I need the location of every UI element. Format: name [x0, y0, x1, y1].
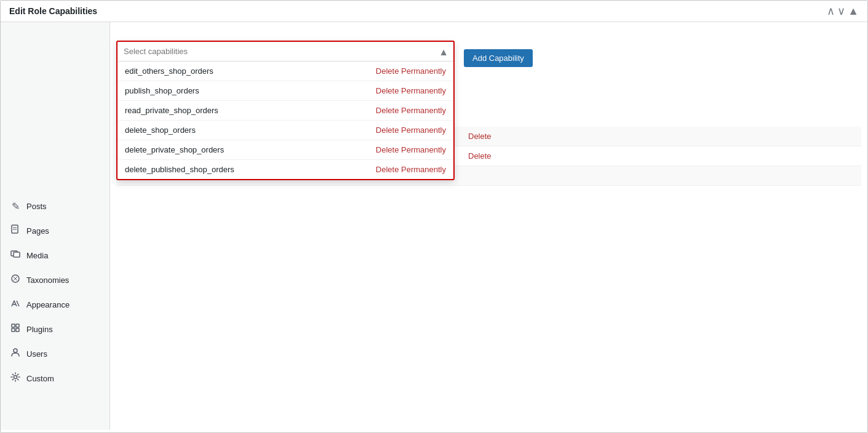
sidebar-item-label: Media [26, 251, 48, 260]
title-bar: Edit Role Capabilities ∧ ∨ ▲ [1, 1, 867, 22]
content-area: ▲ edit_others_shop_orders Delete Permane… [110, 22, 867, 430]
svg-point-11 [14, 376, 17, 379]
sidebar-item-media[interactable]: Media [1, 243, 109, 268]
capability-name[interactable]: delete_private_shop_orders [125, 145, 224, 154]
taxonomies-icon [9, 274, 22, 286]
svg-rect-7 [16, 324, 19, 327]
custom-icon [9, 372, 22, 384]
sidebar-item-label: Plugins [26, 325, 53, 334]
sidebar-item-pages[interactable]: Pages [1, 218, 109, 243]
pages-icon [9, 224, 22, 237]
window-controls: ∧ ∨ ▲ [827, 6, 859, 17]
delete-permanently-button[interactable]: Delete Permanently [376, 106, 446, 115]
delete-permanently-button[interactable]: Delete Permanently [376, 165, 446, 174]
delete-permanently-button[interactable]: Delete Permanently [376, 125, 446, 135]
main-window: Edit Role Capabilities ∧ ∨ ▲ ✎ Posts Pag… [0, 0, 868, 433]
sidebar-item-plugins[interactable]: Plugins [1, 317, 109, 341]
expand-icon[interactable]: ∨ [837, 6, 845, 17]
window-title: Edit Role Capabilities [9, 6, 97, 16]
sidebar-item-taxonomies[interactable]: Taxonomies [1, 268, 109, 292]
search-input[interactable] [124, 47, 447, 56]
close-icon[interactable]: ▲ [848, 6, 859, 17]
list-item: delete_shop_orders Delete Permanently [117, 121, 453, 140]
capabilities-list: edit_others_shop_orders Delete Permanent… [117, 62, 453, 179]
svg-rect-6 [12, 324, 15, 327]
delete-permanently-button[interactable]: Delete Permanently [376, 86, 446, 95]
sidebar-item-label: Custom [26, 374, 54, 383]
list-item: edit_others_shop_orders Delete Permanent… [117, 62, 453, 81]
capability-name[interactable]: read_private_shop_orders [125, 106, 218, 115]
dropdown-search-bar: ▲ [117, 42, 453, 62]
svg-point-10 [14, 349, 17, 352]
add-capability-button[interactable]: Add Capability [464, 49, 533, 67]
list-item: delete_published_shop_orders Delete Perm… [117, 160, 453, 179]
sidebar: ✎ Posts Pages Media Taxonomies [1, 22, 110, 430]
capabilities-dropdown: ▲ edit_others_shop_orders Delete Permane… [116, 41, 455, 180]
sidebar-item-posts[interactable]: ✎ Posts [1, 194, 109, 218]
sidebar-item-label: Users [26, 349, 47, 359]
scroll-up-icon[interactable]: ▲ [439, 47, 448, 58]
minimize-icon[interactable]: ∧ [827, 6, 835, 17]
delete-button[interactable]: Delete [468, 132, 517, 141]
delete-permanently-button[interactable]: Delete Permanently [376, 145, 446, 154]
sidebar-item-users[interactable]: Users [1, 341, 109, 366]
plugins-icon [9, 323, 22, 335]
capability-name[interactable]: publish_shop_orders [125, 86, 199, 95]
list-item: read_private_shop_orders Delete Permanen… [117, 101, 453, 121]
delete-button[interactable]: Delete [468, 151, 517, 161]
list-item: delete_private_shop_orders Delete Perman… [117, 140, 453, 160]
sidebar-item-label: Appearance [26, 300, 70, 309]
main-content: ✎ Posts Pages Media Taxonomies [1, 22, 867, 430]
svg-rect-4 [14, 252, 20, 257]
svg-line-5 [17, 301, 19, 306]
svg-rect-9 [16, 328, 19, 332]
capability-name[interactable]: delete_published_shop_orders [125, 165, 234, 174]
sidebar-item-label: Taxonomies [26, 276, 69, 285]
appearance-icon [9, 298, 22, 311]
sidebar-item-custom[interactable]: Custom [1, 366, 109, 391]
media-icon [9, 249, 22, 261]
list-item: publish_shop_orders Delete Permanently [117, 81, 453, 101]
sidebar-item-appearance[interactable]: Appearance [1, 292, 109, 317]
sidebar-item-label: Posts [26, 202, 47, 211]
svg-rect-8 [12, 328, 15, 332]
delete-permanently-button[interactable]: Delete Permanently [376, 66, 446, 76]
capability-name[interactable]: edit_others_shop_orders [125, 66, 213, 76]
sidebar-item-label: Pages [26, 226, 49, 236]
posts-icon: ✎ [9, 201, 22, 212]
capability-name[interactable]: delete_shop_orders [125, 125, 196, 135]
users-icon [9, 348, 22, 360]
